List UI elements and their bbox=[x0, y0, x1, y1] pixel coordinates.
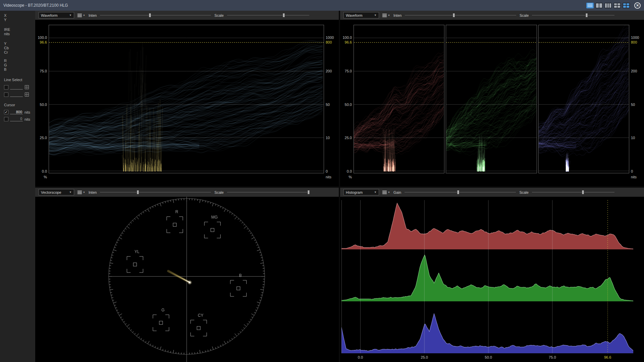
line-select-field-2[interactable] bbox=[10, 93, 23, 97]
inten-label: Inten bbox=[393, 13, 401, 17]
axis-label-50: 50 bbox=[326, 103, 330, 107]
readout-cr-label: Cr bbox=[4, 50, 34, 55]
waveform-luma-header: Waveform ▼ ▼ Inten Scale bbox=[35, 11, 339, 20]
layout-three-pane-icon[interactable] bbox=[604, 3, 612, 8]
histogram-options-button[interactable]: ▼ bbox=[382, 191, 390, 194]
scale-label: Scale bbox=[214, 190, 224, 194]
line-select-checkbox-1[interactable] bbox=[4, 85, 8, 89]
readout-x-label: X bbox=[4, 13, 34, 18]
videoscope-window: Videoscope - BT.2020/BT.2100 HLG ✕ X Y I… bbox=[0, 0, 644, 362]
slider-thumb[interactable] bbox=[582, 190, 584, 194]
slider-track bbox=[100, 15, 211, 15]
cursor-nits2-unit: nits bbox=[24, 117, 30, 121]
chevron-down-icon: ▼ bbox=[388, 191, 390, 193]
slider-thumb[interactable] bbox=[585, 13, 588, 17]
cursor-nits2-value[interactable]: 0 bbox=[10, 117, 23, 121]
waveform-luma-mode-dropdown[interactable]: Waveform ▼ bbox=[39, 12, 74, 18]
axis-label-1000: 1000 bbox=[631, 36, 639, 40]
slider-track bbox=[227, 192, 309, 192]
axis-label-96.6: 96.6 bbox=[40, 40, 47, 44]
hist-axis-label-50.0: 50.0 bbox=[485, 355, 492, 359]
layout-two-pane-icon[interactable] bbox=[595, 3, 603, 8]
slider-thumb[interactable] bbox=[307, 190, 310, 194]
readout-ire-label: IRE bbox=[4, 27, 34, 32]
cursor-nits2-checkbox[interactable] bbox=[4, 117, 8, 121]
chevron-down-icon: ▼ bbox=[374, 14, 377, 17]
vectorscope-inten-slider[interactable] bbox=[100, 190, 211, 195]
line-select-pick-icon[interactable] bbox=[24, 85, 29, 89]
cursor-nits-value[interactable]: 800 bbox=[10, 110, 23, 114]
waveform-rgb-scale-slider[interactable] bbox=[532, 13, 614, 18]
waveform-rgb-header: Waveform ▼ ▼ Inten Scale bbox=[340, 11, 644, 20]
axis-label-50: 50 bbox=[631, 103, 635, 107]
axis-label-0: 0 bbox=[631, 169, 633, 173]
waveform-right-axis: 100080020050100nits bbox=[629, 25, 644, 173]
slider-thumb[interactable] bbox=[457, 190, 459, 194]
axis-label-75.0: 75.0 bbox=[345, 69, 352, 73]
line-select-label: Line Select bbox=[4, 78, 34, 82]
slider-thumb[interactable] bbox=[137, 190, 139, 194]
scale-label: Scale bbox=[214, 13, 224, 17]
readout-nits-label: nits bbox=[4, 32, 34, 36]
slider-thumb[interactable] bbox=[453, 13, 455, 17]
layout-four-pane-icon[interactable] bbox=[613, 3, 621, 8]
vectorscope-mode-dropdown[interactable]: Vectorscope ▼ bbox=[39, 189, 74, 195]
line-select-checkbox-2[interactable] bbox=[4, 93, 8, 97]
line-select-field-1[interactable] bbox=[10, 85, 23, 89]
slider-thumb[interactable] bbox=[283, 13, 285, 17]
rgb-parade bbox=[354, 25, 629, 173]
list-icon bbox=[382, 14, 387, 17]
readout-cb-label: Cb bbox=[4, 46, 34, 50]
layout-list-icon[interactable] bbox=[586, 3, 594, 8]
axis-label-50.0: 50.0 bbox=[345, 103, 352, 107]
readout-y-label: Y bbox=[4, 18, 34, 22]
axis-unit-%: % bbox=[44, 175, 47, 179]
scale-label: Scale bbox=[520, 13, 529, 17]
vectorscope-scale-slider[interactable] bbox=[227, 190, 309, 195]
axis-label-0.0: 0.0 bbox=[42, 169, 47, 173]
histogram-gain-slider[interactable] bbox=[405, 190, 516, 195]
axis-label-50.0: 50.0 bbox=[40, 103, 47, 107]
line-select-pick-icon[interactable] bbox=[24, 92, 29, 97]
mode-label: Vectorscope bbox=[41, 190, 61, 194]
waveform-rgb-inten-slider[interactable] bbox=[405, 13, 516, 18]
chevron-down-icon: ▼ bbox=[83, 191, 85, 193]
slider-track bbox=[227, 15, 309, 15]
chevron-down-icon: ▼ bbox=[374, 191, 377, 194]
readout-g-label: G bbox=[4, 63, 34, 67]
slider-thumb[interactable] bbox=[149, 13, 151, 17]
mode-label: Histogram bbox=[346, 190, 363, 194]
parade-red-section bbox=[354, 25, 444, 173]
mode-label: Waveform bbox=[346, 13, 363, 17]
slider-track bbox=[532, 192, 614, 192]
waveform-luma-inten-slider[interactable] bbox=[100, 13, 211, 18]
chevron-down-icon: ▼ bbox=[388, 14, 390, 16]
axis-unit-%: % bbox=[348, 175, 352, 179]
titlebar-controls: ✕ bbox=[586, 2, 641, 9]
waveform-left-axis: 100.096.675.050.025.00.0% bbox=[35, 25, 49, 173]
cursor-nits-checkbox[interactable]: ✓ bbox=[4, 110, 8, 114]
axis-label-1000: 1000 bbox=[326, 36, 334, 40]
list-icon bbox=[77, 14, 82, 17]
histogram-scale-slider[interactable] bbox=[532, 190, 614, 195]
axis-label-100.0: 100.0 bbox=[342, 36, 352, 40]
axis-label-25.0: 25.0 bbox=[40, 136, 47, 140]
vectorscope-options-button[interactable]: ▼ bbox=[77, 191, 85, 194]
panel-vectorscope: Vectorscope ▼ ▼ Inten Scale bbox=[35, 188, 339, 362]
histogram-mode-dropdown[interactable]: Histogram ▼ bbox=[343, 189, 379, 195]
waveform-luma-options-button[interactable]: ▼ bbox=[77, 14, 85, 17]
list-icon bbox=[382, 191, 387, 194]
waveform-luma-scale-slider[interactable] bbox=[227, 13, 309, 18]
hist-axis-label-25.0: 25.0 bbox=[421, 355, 428, 359]
layout-grid-icon[interactable] bbox=[623, 3, 630, 8]
slider-track bbox=[405, 15, 516, 15]
waveform-rgb-mode-dropdown[interactable]: Waveform ▼ bbox=[343, 12, 379, 18]
readout-luma-label: Y bbox=[4, 42, 34, 46]
axis-label-0.0: 0.0 bbox=[347, 169, 352, 173]
panel-histogram: Histogram ▼ ▼ Gain Scale bbox=[340, 188, 644, 362]
close-icon[interactable]: ✕ bbox=[634, 2, 641, 9]
waveform-rgb-options-button[interactable]: ▼ bbox=[382, 14, 390, 17]
slider-track bbox=[100, 192, 211, 192]
panel-waveform-luma: Waveform ▼ ▼ Inten Scale bbox=[35, 11, 339, 186]
parade-green-canvas bbox=[446, 25, 536, 173]
